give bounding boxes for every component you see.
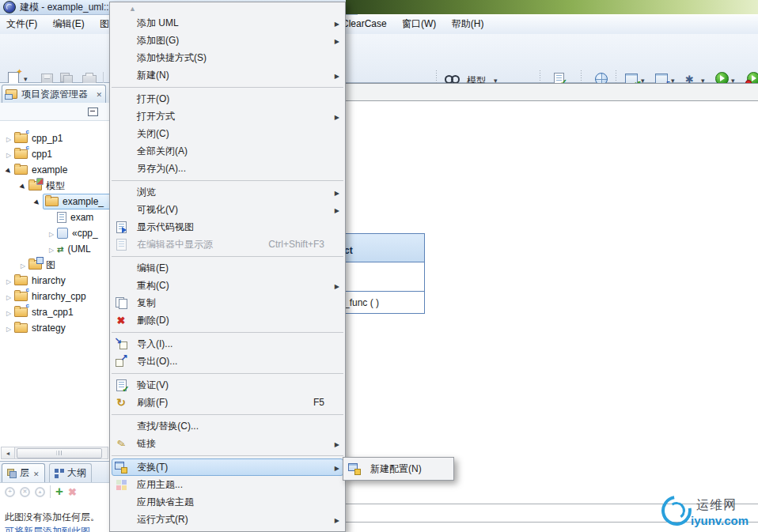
scroll-left-button[interactable] — [2, 447, 15, 458]
delete-layer-icon[interactable] — [68, 486, 77, 498]
circle-resolve-icon[interactable] — [35, 487, 45, 497]
separator — [50, 485, 51, 498]
cpp-folder-icon — [14, 308, 28, 317]
tree-item-diagrams[interactable]: 图 — [0, 257, 109, 273]
new-wizard-dropdown[interactable] — [24, 75, 28, 83]
menu-item-add-uml[interactable]: 添加 UML — [110, 14, 345, 32]
menu-scroll-up-icon[interactable] — [110, 2, 345, 14]
tab-project-explorer[interactable]: 项目资源管理器 — [2, 85, 106, 103]
code-view-icon — [116, 221, 127, 233]
tree-item-hirarchy_cpp[interactable]: hirarchy_cpp — [0, 289, 109, 304]
menu-item-add-shortcut[interactable]: 添加快捷方式(S) — [110, 49, 345, 66]
menu-separator — [110, 411, 345, 417]
tree-item-hirarchy[interactable]: hirarchy — [0, 273, 109, 289]
show-source-icon — [116, 239, 127, 251]
collapse-all-icon[interactable] — [88, 108, 98, 116]
tree-item-cpp1[interactable]: cpp1 — [0, 146, 109, 162]
tree-item-uml-transform[interactable]: (UML — [0, 241, 109, 257]
menu-item-validate[interactable]: 验证(V) — [110, 376, 345, 394]
menu-item-run-as[interactable]: 运行方式(R) — [110, 511, 345, 528]
menu-item-close-all[interactable]: 全部关闭(A) — [110, 142, 345, 160]
menu-item-new[interactable]: 新建(N) — [110, 66, 345, 84]
expander-icon[interactable] — [46, 228, 57, 239]
horizontal-scrollbar[interactable] — [1, 447, 108, 459]
menu-item-close[interactable]: 关闭(C) — [110, 125, 345, 142]
menu-item-export[interactable]: 导出(O)... — [110, 353, 345, 370]
close-icon[interactable] — [96, 89, 102, 100]
menu-item-apply-theme[interactable]: 应用主题... — [110, 476, 345, 493]
copy-icon — [116, 297, 127, 309]
expander-icon[interactable] — [32, 196, 43, 207]
add-layer-icon[interactable] — [55, 486, 63, 498]
menu-item-save-as[interactable]: 另存为(A)... — [110, 160, 345, 177]
tree-item-stra_cpp1[interactable]: stra_cpp1 — [0, 304, 109, 320]
add-layer-link[interactable]: 可将新层添加到此图 — [5, 525, 90, 532]
menu-help[interactable]: 帮助(H) — [445, 15, 491, 33]
circle-add-icon[interactable] — [5, 487, 15, 497]
menu-file[interactable]: 文件(F) — [0, 15, 44, 33]
expander-icon[interactable] — [3, 149, 14, 160]
expander-icon[interactable] — [3, 275, 14, 286]
expander-icon[interactable] — [17, 259, 28, 270]
circle-remove-icon[interactable] — [20, 487, 30, 497]
explorer-title: 项目资源管理器 — [21, 88, 88, 101]
window-title: 建模 - example_uml:: — [20, 1, 109, 14]
tab-outline[interactable]: 大纲 — [49, 463, 92, 482]
tree-item-exam-file[interactable]: exam — [0, 209, 109, 225]
expander-icon[interactable] — [3, 133, 14, 144]
layers-toolbar — [0, 482, 109, 501]
tree-item-model[interactable]: 模型 — [0, 178, 109, 194]
tab-layers[interactable]: 层 — [2, 463, 45, 482]
menu-edit[interactable]: 编辑(E) — [47, 15, 91, 33]
menu-item-add-diagram[interactable]: 添加图(G) — [110, 32, 345, 49]
menu-window[interactable]: 窗口(W) — [396, 15, 442, 33]
menu-item-delete[interactable]: 删除(D) — [110, 311, 345, 329]
expander-icon[interactable] — [17, 180, 28, 191]
folder-icon — [45, 197, 59, 206]
tree-item-cpp_p1[interactable]: cpp_p1 — [0, 130, 109, 146]
tree-item-cpp-element[interactable]: «cpp_ — [0, 225, 109, 241]
menu-item-show-code-view[interactable]: 显示代码视图 — [110, 218, 345, 236]
model-combo-glasses[interactable] — [445, 75, 460, 82]
tree-item-strategy[interactable]: strategy — [0, 320, 109, 336]
model-folder-icon — [28, 181, 42, 191]
watermark: 运维网 iyunv.com — [661, 493, 758, 532]
application-window: 建模 - example_uml:: 文件(F) 编辑(E) 图(D) Clea… — [0, 0, 758, 532]
menu-separator — [110, 370, 345, 376]
menu-item-copy[interactable]: 复制 — [110, 294, 345, 311]
uml-element-icon — [57, 228, 68, 239]
expander-icon[interactable] — [3, 164, 14, 175]
menu-item-open[interactable]: 打开(O) — [110, 90, 345, 108]
menu-item-refactor[interactable]: 重构(C) — [110, 277, 345, 294]
menu-item-show-source[interactable]: 在编辑器中显示源Ctrl+Shift+F3 — [110, 236, 345, 253]
menu-item-visualize[interactable]: 可视化(V) — [110, 201, 345, 218]
menu-item-refresh[interactable]: 刷新(F)F5 — [110, 394, 345, 411]
menu-item-new-configuration[interactable]: 新建配置(N) — [343, 459, 453, 478]
menu-item-link[interactable]: 链接 — [110, 435, 345, 452]
refresh-icon — [116, 396, 126, 409]
menu-item-transform[interactable]: 变换(T) — [110, 458, 345, 476]
menu-item-browse[interactable]: 浏览 — [110, 183, 345, 201]
submenu-arrow-icon — [335, 438, 339, 449]
menu-item-find-replace[interactable]: 查找/替换(C)... — [110, 417, 345, 435]
scrollbar-thumb[interactable] — [17, 448, 102, 458]
outline-icon — [55, 469, 64, 478]
uml-transform-icon — [57, 243, 63, 255]
glasses-icon — [445, 75, 460, 82]
tree-item-example-model-selected[interactable]: example_ — [0, 194, 109, 209]
tree-item-example[interactable]: example — [0, 162, 109, 178]
menu-item-open-with[interactable]: 打开方式 — [110, 108, 345, 125]
menu-item-import[interactable]: 导入(I)... — [110, 335, 345, 353]
menu-item-edit[interactable]: 编辑(E) — [110, 259, 345, 277]
explorer-header: 项目资源管理器 — [0, 83, 109, 104]
expander-icon[interactable] — [3, 323, 14, 334]
menu-separator — [110, 84, 345, 90]
theme-icon — [116, 480, 127, 490]
submenu-arrow-icon — [335, 111, 339, 122]
close-icon[interactable] — [33, 468, 40, 479]
expander-icon[interactable] — [3, 307, 14, 318]
cpp-folder-icon — [14, 134, 28, 143]
menu-item-apply-default-theme[interactable]: 应用缺省主题 — [110, 493, 345, 511]
expander-icon[interactable] — [46, 243, 57, 255]
expander-icon[interactable] — [3, 291, 14, 302]
